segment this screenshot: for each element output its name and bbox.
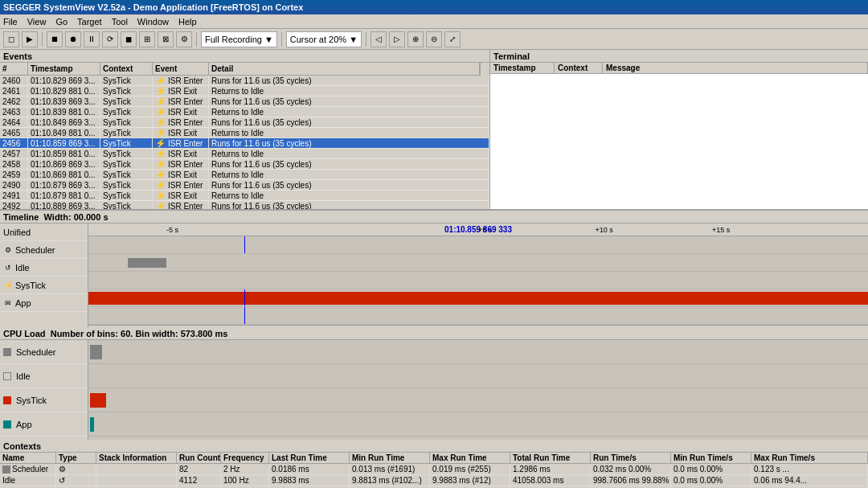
timeline-title: Timeline xyxy=(3,212,44,222)
timeline-graph[interactable]: 01:10.859 869 333 -5 s +5 s +10 s +15 s xyxy=(88,223,868,327)
tl-systick: ⚡ SysTick xyxy=(0,277,88,294)
td-ctx: SysTick xyxy=(100,201,153,209)
t-col-ctx: Context xyxy=(555,63,603,73)
menu-window[interactable]: Window xyxy=(137,17,169,27)
events-header: Events xyxy=(0,50,489,63)
zoom-in[interactable]: ⊕ xyxy=(407,31,424,47)
btn4[interactable]: ⟳ xyxy=(102,31,118,47)
cursor-dropdown[interactable]: Cursor at 20% ▼ xyxy=(286,31,362,47)
terminal-header: Terminal xyxy=(490,50,868,63)
cpu-sched-bar-row xyxy=(88,340,868,364)
btn2[interactable]: ⏺ xyxy=(65,31,81,47)
td-num: 2459 xyxy=(0,170,28,179)
td-num: 2492 xyxy=(0,201,28,209)
zoom-fit[interactable]: ⤢ xyxy=(444,31,461,47)
ctx-col-stack: Stack Information xyxy=(96,453,177,463)
col-event: Event xyxy=(153,63,209,75)
table-row[interactable]: 2491 01:10.879 881 0... SysTick ⚡ISR Exi… xyxy=(0,191,489,201)
tl-app-label: App xyxy=(15,298,31,308)
td-event: ⚡ISR Exit xyxy=(153,191,209,200)
btn3[interactable]: ⏸ xyxy=(84,31,100,47)
ruler-5: +5 s xyxy=(478,226,492,234)
recording-arrow: ▼ xyxy=(264,35,273,44)
table-row[interactable]: 2463 01:10.839 881 0... SysTick ⚡ISR Exi… xyxy=(0,107,489,117)
menubar: File View Go Target Tool Window Help xyxy=(0,14,868,29)
table-row[interactable]: 2492 01:10.889 869 3... SysTick ⚡ISR Ent… xyxy=(0,201,489,209)
cpu-systick-bar-row xyxy=(88,388,868,412)
table-row[interactable]: 2459 01:10.869 881 0... SysTick ⚡ISR Exi… xyxy=(0,170,489,180)
table-row[interactable]: 2457 01:10.859 881 0... SysTick ⚡ISR Exi… xyxy=(0,149,489,159)
ctx-td-name: Idle xyxy=(0,475,56,486)
recording-label: Full Recording xyxy=(205,35,262,44)
menu-tool[interactable]: Tool xyxy=(112,17,128,27)
cursor-line xyxy=(244,236,245,253)
menu-help[interactable]: Help xyxy=(178,17,197,27)
btn7[interactable]: ⊠ xyxy=(158,31,174,47)
ctx-td-min: 9.8813 ms (#102...) xyxy=(350,475,430,486)
timeline-width: Width: 00.000 s xyxy=(44,212,108,222)
cpu-systick-label: SysTick xyxy=(0,388,88,412)
menu-file[interactable]: File xyxy=(3,17,18,27)
td-ts: 01:10.839 881 0... xyxy=(28,107,100,117)
new-button[interactable]: ◻ xyxy=(3,31,19,47)
cpu-sched-bar xyxy=(90,345,102,359)
events-table-header: # Timestamp Context Event Detail xyxy=(0,63,489,76)
table-row[interactable]: 2460 01:10.829 869 3... SysTick ⚡ISR Ent… xyxy=(0,76,489,86)
ctx-td-runs: 0.032 ms 0.00% xyxy=(591,464,671,474)
event-icon: ⚡ xyxy=(155,138,166,148)
event-icon: ⚡ xyxy=(155,170,166,179)
menu-target[interactable]: Target xyxy=(77,17,102,27)
td-ctx: SysTick xyxy=(100,117,153,127)
cpu-labels: Scheduler Idle SysTick App xyxy=(0,340,88,440)
nav-forward[interactable]: ▷ xyxy=(389,31,405,47)
nav-back[interactable]: ◁ xyxy=(371,31,387,47)
table-row[interactable]: 2458 01:10.869 869 3... SysTick ⚡ISR Ent… xyxy=(0,159,489,170)
td-ts: 01:10.829 881 0... xyxy=(28,86,100,96)
menu-go[interactable]: Go xyxy=(55,17,68,27)
recording-dropdown[interactable]: Full Recording ▼ xyxy=(201,31,277,47)
ctx-td-min: 0.013 ms (#1691) xyxy=(350,464,430,474)
ctx-col-maxrun: Max Run Time xyxy=(430,453,510,463)
table-row[interactable]: 2456 01:10.859 869 3... SysTick ⚡ISR Ent… xyxy=(0,138,489,149)
table-row[interactable]: 2462 01:10.839 869 3... SysTick ⚡ISR Ent… xyxy=(0,96,489,107)
cpu-subtitle-text: Number of bins: 60. Bin width: 573.800 m… xyxy=(51,329,228,338)
ctx-td-last: 9.9883 ms xyxy=(269,475,350,486)
col-ctx: Context xyxy=(100,63,153,75)
td-event: ⚡ISR Exit xyxy=(153,149,209,158)
td-ts: 01:10.839 869 3... xyxy=(28,96,100,106)
table-row[interactable]: 2490 01:10.879 869 3... SysTick ⚡ISR Ent… xyxy=(0,180,489,191)
btn8[interactable]: ⚙ xyxy=(176,31,192,47)
td-event: ⚡ISR Enter xyxy=(153,96,209,106)
table-row[interactable]: 2461 01:10.829 881 0... SysTick ⚡ISR Exi… xyxy=(0,86,489,96)
td-ts: 01:10.889 869 3... xyxy=(28,201,100,209)
td-ts: 01:10.869 869 3... xyxy=(28,159,100,169)
btn6[interactable]: ⊞ xyxy=(139,31,155,47)
td-num: 2461 xyxy=(0,86,28,96)
td-num: 2465 xyxy=(0,128,28,137)
sep1 xyxy=(42,32,43,47)
ctx-row[interactable]: Scheduler ⚙ 82 2 Hz 0.0186 ms 0.013 ms (… xyxy=(0,464,868,475)
table-row[interactable]: 2464 01:10.849 869 3... SysTick ⚡ISR Ent… xyxy=(0,117,489,128)
td-event: ⚡ISR Exit xyxy=(153,170,209,179)
btn5[interactable]: ◼ xyxy=(121,31,137,47)
tl-idle-icon: ↺ xyxy=(3,263,13,273)
tl-idle: ↺ Idle xyxy=(0,259,88,277)
td-detail: Returns to Idle xyxy=(209,170,489,179)
scrollbar-placeholder xyxy=(480,63,489,76)
table-row[interactable]: 2465 01:10.849 881 0... SysTick ⚡ISR Exi… xyxy=(0,128,489,138)
menu-view[interactable]: View xyxy=(27,17,47,27)
ctx-td-minruns: 0.0 ms 0.00% xyxy=(671,464,751,474)
ctx-row[interactable]: Idle ↺ 4112 100 Hz 9.9883 ms 9.8813 ms (… xyxy=(0,475,868,486)
cpu-section: CPU Load Number of bins: 60. Bin width: … xyxy=(0,327,868,440)
cursor-line-2 xyxy=(244,289,245,306)
td-detail: Runs for 11.6 us (35 cycles) xyxy=(209,76,489,85)
cpu-idle-color xyxy=(3,372,11,380)
timeline-scrollbar[interactable]: m xyxy=(88,325,868,327)
open-button[interactable]: ▶ xyxy=(22,31,38,47)
btn1[interactable]: ⏹ xyxy=(47,31,63,47)
ctx-col-type: Type xyxy=(56,453,96,463)
ctx-td-maxruns: 0.123 s ... xyxy=(751,464,868,474)
zoom-out[interactable]: ⊖ xyxy=(426,31,442,47)
td-ctx: SysTick xyxy=(100,191,153,200)
contexts-section: Contexts Name Type Stack Information Run… xyxy=(0,440,868,488)
